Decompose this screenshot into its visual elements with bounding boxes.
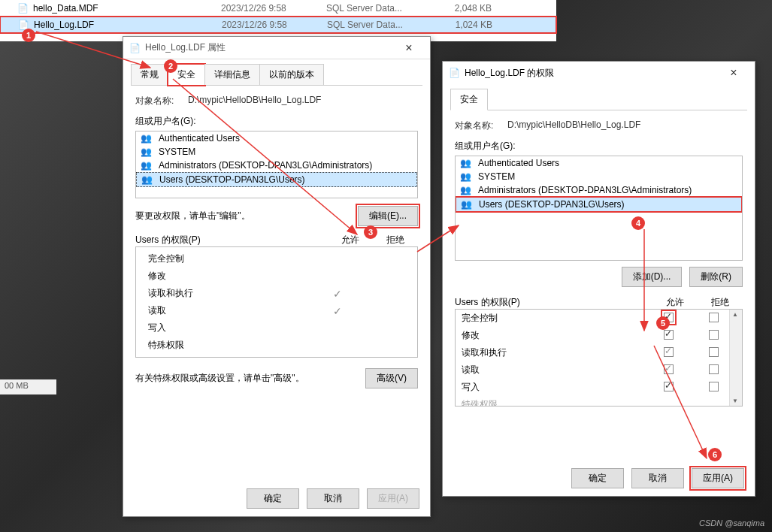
status-bar: 00 MB bbox=[0, 379, 56, 394]
permissions-box: 完全控制 修改 读取和执行 读取 写入 特殊权限 bbox=[455, 309, 743, 407]
file-name: hello_Data.MDF bbox=[33, 3, 221, 14]
groups-list[interactable]: 👥Authenticated Users 👥SYSTEM 👥Administra… bbox=[455, 156, 743, 261]
annotation-badge-6: 6 bbox=[708, 448, 722, 461]
deny-header: 拒绝 bbox=[373, 234, 418, 246]
watermark: CSDN @sanqima bbox=[699, 518, 764, 527]
file-date: 2023/12/26 9:58 bbox=[221, 3, 326, 14]
ok-button[interactable]: 确定 bbox=[247, 488, 299, 509]
tab-general[interactable]: 常规 bbox=[131, 64, 168, 85]
permissions-box: 完全控制 修改 读取和执行✓ 读取✓ 写入 特殊权限 bbox=[135, 246, 418, 358]
perm-label: Users 的权限(P) bbox=[135, 234, 328, 246]
list-item-selected[interactable]: 👥Users (DESKTOP-DPAN3LG\Users) bbox=[136, 172, 417, 187]
dialog-body: 对象名称: D:\mypic\HelloDB\Hello_Log.LDF 组或用… bbox=[443, 110, 755, 416]
properties-dialog: 📄 Hello_Log.LDF 属性 × 常规 安全 详细信息 以前的版本 对象… bbox=[123, 36, 431, 517]
file-explorer: 📄 hello_Data.MDF 2023/12/26 9:58 SQL Ser… bbox=[0, 0, 556, 41]
tab-details[interactable]: 详细信息 bbox=[204, 64, 260, 85]
file-size: 1,024 KB bbox=[432, 20, 492, 30]
deny-checkbox[interactable] bbox=[709, 364, 719, 374]
edit-hint: 要更改权限，请单击"编辑"。 bbox=[135, 210, 358, 222]
deny-checkbox[interactable] bbox=[709, 313, 719, 322]
deny-header: 拒绝 bbox=[698, 296, 743, 309]
group-icon: 👥 bbox=[460, 158, 474, 168]
deny-checkbox[interactable] bbox=[709, 330, 719, 340]
file-type: SQL Server Data... bbox=[326, 3, 431, 14]
object-label: 对象名称: bbox=[135, 95, 188, 107]
ok-button[interactable]: 确定 bbox=[571, 468, 624, 488]
file-row[interactable]: 📄 hello_Data.MDF 2023/12/26 9:58 SQL Ser… bbox=[0, 0, 556, 17]
dialog-title: Hello_Log.LDF 属性 bbox=[145, 41, 394, 54]
deny-checkbox[interactable] bbox=[709, 382, 719, 391]
annotation-badge-1: 1 bbox=[22, 29, 35, 42]
adv-hint: 有关特殊权限或高级设置，请单击"高级"。 bbox=[135, 372, 365, 385]
delete-button[interactable]: 删除(R) bbox=[689, 267, 743, 287]
close-button[interactable]: × bbox=[719, 66, 749, 80]
permissions-dialog: 📄 Hello_Log.LDF 的权限 × 安全 对象名称: D:\mypic\… bbox=[442, 61, 755, 497]
file-date: 2023/12/26 9:58 bbox=[222, 20, 327, 30]
allow-checkbox[interactable] bbox=[664, 330, 674, 340]
file-row-selected[interactable]: 📄 Hello_Log.LDF 2023/12/26 9:58 SQL Serv… bbox=[0, 17, 556, 33]
dialog-footer: 确定 取消 应用(A) bbox=[571, 468, 744, 488]
perm-label: Users 的权限(P) bbox=[455, 296, 652, 309]
deny-checkbox[interactable] bbox=[709, 347, 719, 357]
group-icon: 👥 bbox=[460, 171, 474, 182]
groups-label: 组或用户名(G): bbox=[455, 140, 743, 153]
groups-label: 组或用户名(G): bbox=[135, 115, 418, 128]
group-icon: 👥 bbox=[141, 160, 154, 171]
tab-previous[interactable]: 以前的版本 bbox=[259, 64, 324, 85]
list-item: 👥Authenticated Users bbox=[456, 156, 742, 170]
allow-checkbox[interactable] bbox=[664, 347, 674, 357]
list-item: 👥Authenticated Users bbox=[136, 131, 417, 145]
cancel-button[interactable]: 取消 bbox=[631, 468, 684, 488]
scrollbar[interactable] bbox=[729, 310, 742, 406]
list-item: 👥Administrators (DESKTOP-DPAN3LG\Adminis… bbox=[136, 159, 417, 172]
title-icon: 📄 bbox=[129, 43, 141, 53]
apply-button[interactable]: 应用(A) bbox=[367, 488, 419, 509]
cancel-button[interactable]: 取消 bbox=[307, 488, 359, 509]
group-icon: 👥 bbox=[460, 185, 474, 195]
dialog-title: Hello_Log.LDF 的权限 bbox=[465, 67, 719, 80]
object-label: 对象名称: bbox=[455, 119, 507, 132]
list-item: 👥SYSTEM bbox=[456, 170, 742, 183]
file-size: 2,048 KB bbox=[431, 3, 492, 14]
annotation-badge-3: 3 bbox=[364, 225, 377, 239]
apply-button[interactable]: 应用(A) bbox=[692, 468, 744, 488]
titlebar[interactable]: 📄 Hello_Log.LDF 属性 × bbox=[123, 37, 430, 59]
group-icon: 👥 bbox=[141, 174, 155, 185]
dialog-footer: 确定 取消 应用(A) bbox=[247, 488, 419, 509]
allow-checkbox[interactable] bbox=[664, 382, 674, 391]
allow-header: 允许 bbox=[652, 296, 698, 309]
tab-security[interactable]: 安全 bbox=[450, 89, 488, 110]
list-item: 👥SYSTEM bbox=[136, 145, 417, 159]
advanced-button[interactable]: 高级(V) bbox=[365, 368, 418, 388]
close-button[interactable]: × bbox=[394, 41, 424, 55]
tabs: 安全 bbox=[450, 89, 747, 110]
group-icon: 👥 bbox=[461, 199, 474, 210]
allow-checkbox[interactable] bbox=[664, 364, 674, 374]
edit-button[interactable]: 编辑(E)... bbox=[358, 206, 418, 226]
list-item: 👥Administrators (DESKTOP-DPAN3LG\Adminis… bbox=[456, 183, 742, 197]
list-item-selected[interactable]: 👥Users (DESKTOP-DPAN3LG\Users) bbox=[456, 197, 742, 212]
titlebar[interactable]: 📄 Hello_Log.LDF 的权限 × bbox=[443, 62, 755, 84]
annotation-badge-5: 5 bbox=[656, 316, 670, 330]
group-icon: 👥 bbox=[141, 147, 154, 157]
groups-list[interactable]: 👥Authenticated Users 👥SYSTEM 👥Administra… bbox=[135, 131, 418, 198]
title-icon: 📄 bbox=[449, 68, 460, 78]
dialog-body: 对象名称: D:\mypic\HelloDB\Hello_Log.LDF 组或用… bbox=[123, 86, 430, 405]
file-icon: 📄 bbox=[17, 2, 29, 14]
file-name: Hello_Log.LDF bbox=[34, 20, 222, 30]
group-icon: 👥 bbox=[141, 133, 154, 144]
annotation-badge-4: 4 bbox=[631, 216, 645, 230]
object-path: D:\mypic\HelloDB\Hello_Log.LDF bbox=[188, 95, 418, 107]
object-path: D:\mypic\HelloDB\Hello_Log.LDF bbox=[507, 119, 743, 132]
file-type: SQL Server Data... bbox=[327, 20, 432, 30]
annotation-badge-2: 2 bbox=[164, 59, 177, 73]
add-button[interactable]: 添加(D)... bbox=[622, 267, 683, 287]
